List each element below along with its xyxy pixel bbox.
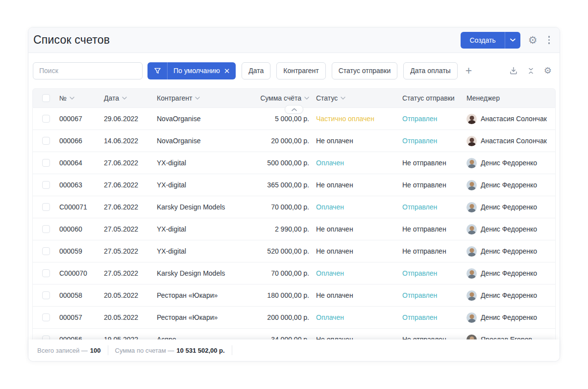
manager-cell: Денис Федоренко <box>466 290 555 301</box>
invoice-date: 27.05.2022 <box>104 247 157 255</box>
column-header-manager[interactable]: Менеджер <box>466 94 500 102</box>
invoice-amount: 70 000,00 р. <box>260 269 316 277</box>
invoice-number: C000071 <box>59 203 104 211</box>
invoice-counterparty: YX-digital <box>157 159 260 167</box>
column-header-counterparty[interactable]: Контрагент <box>157 94 200 102</box>
payment-status: Частично оплачен <box>316 115 402 123</box>
manager-cell: Денис Федоренко <box>466 312 555 323</box>
create-dropdown-button[interactable] <box>505 32 520 49</box>
send-status: Не отправлен <box>402 225 466 233</box>
column-header-number[interactable]: № <box>59 94 74 102</box>
table-row[interactable]: C000070 27.05.2022 Karsky Design Models … <box>33 262 555 285</box>
collapse-rows-button[interactable] <box>527 66 535 76</box>
invoice-date: 20.05.2022 <box>104 291 157 299</box>
close-icon[interactable]: ✕ <box>224 67 230 75</box>
invoice-list-card: Список счетов Создать ⚙ <box>28 27 560 362</box>
filter-chip[interactable]: Статус отправки <box>332 62 398 79</box>
row-checkbox[interactable] <box>42 137 50 145</box>
invoice-date: 27.05.2022 <box>104 225 157 233</box>
invoice-counterparty: YX-digital <box>157 247 260 255</box>
invoice-number: C000070 <box>59 269 104 277</box>
row-checkbox[interactable] <box>42 203 50 211</box>
search-input[interactable] <box>33 62 143 79</box>
column-header-status[interactable]: Статус <box>316 94 345 102</box>
manager-cell: Денис Федоренко <box>466 202 555 212</box>
funnel-icon[interactable] <box>147 62 168 79</box>
table-row[interactable]: 000057 20.05.2022 Ресторан «Юкари» 200 0… <box>33 307 555 329</box>
column-header-amount[interactable]: Сумма счёта <box>260 94 309 102</box>
table-row[interactable]: 000059 27.05.2022 YX-digital 520 000,00 … <box>33 240 555 262</box>
send-status: Отправлен <box>402 137 466 145</box>
row-checkbox[interactable] <box>42 225 50 233</box>
create-split-button[interactable]: Создать <box>461 32 520 49</box>
invoice-amount: 2 990,00 р. <box>260 225 316 233</box>
select-all-checkbox[interactable] <box>42 94 50 102</box>
row-checkbox[interactable] <box>42 336 50 339</box>
manager-cell: Денис Федоренко <box>466 224 555 234</box>
invoice-amount: 500 000,00 р. <box>260 159 316 167</box>
manager-name: Денис Федоренко <box>481 159 537 167</box>
invoice-date: 29.06.2022 <box>104 115 157 123</box>
download-icon <box>509 66 518 75</box>
payment-status: Не оплачен <box>316 137 402 145</box>
row-checkbox[interactable] <box>42 269 50 277</box>
manager-name: Анастасия Солончак <box>481 115 547 123</box>
invoice-counterparty: NovaOrganise <box>157 115 260 123</box>
manager-cell: Денис Федоренко <box>466 268 555 279</box>
row-checkbox[interactable] <box>42 181 50 189</box>
send-status: Отправлен <box>402 269 466 277</box>
payment-status: Не оплачен <box>316 247 402 255</box>
invoice-number: 000064 <box>59 159 104 167</box>
table-row[interactable]: 000060 27.05.2022 YX-digital 2 990,00 р.… <box>33 218 555 240</box>
manager-cell: Денис Федоренко <box>466 246 555 257</box>
row-checkbox[interactable] <box>42 159 50 167</box>
footer-divider <box>232 345 232 355</box>
collapse-filters-pill[interactable] <box>285 105 303 114</box>
filter-chip[interactable]: Контрагент <box>276 62 325 79</box>
table-settings-button[interactable]: ⚙ <box>543 65 553 76</box>
row-checkbox[interactable] <box>42 291 50 299</box>
invoice-date: 27.06.2022 <box>104 181 157 189</box>
table-row[interactable]: 000058 20.05.2022 Ресторан «Юкари» 180 0… <box>33 285 555 307</box>
payment-status: Оплачен <box>316 159 402 167</box>
filter-chips: ДатаКонтрагентСтатус отправкиДата оплаты <box>241 62 457 79</box>
invoice-counterparty: NovaOrganise <box>157 137 260 145</box>
avatar <box>466 136 477 146</box>
row-checkbox[interactable] <box>42 247 50 255</box>
chevron-down-icon <box>341 97 345 100</box>
manager-name: Денис Федоренко <box>481 203 537 211</box>
payment-status: Не оплачен <box>316 291 402 299</box>
filter-chip[interactable]: Дата оплаты <box>403 62 457 79</box>
invoice-number: 000059 <box>59 247 104 255</box>
send-status: Отправлен <box>402 115 466 123</box>
table-row[interactable]: 000066 14.06.2022 NovaOrganise 20 000,00… <box>33 130 555 152</box>
more-menu-button[interactable] <box>545 35 553 45</box>
manager-name: Денис Федоренко <box>481 181 537 189</box>
manager-cell: Анастасия Солончак <box>466 114 555 124</box>
row-checkbox[interactable] <box>42 115 50 123</box>
invoice-counterparty: Karsky Design Models <box>157 203 260 211</box>
page-title: Список счетов <box>33 33 110 47</box>
avatar <box>466 268 477 279</box>
settings-button[interactable]: ⚙ <box>527 34 539 46</box>
active-filter-chip[interactable]: По умолчанию ✕ <box>147 62 236 79</box>
column-header-date[interactable]: Дата <box>104 94 127 102</box>
add-filter-button[interactable]: + <box>464 64 474 78</box>
filter-chip[interactable]: Дата <box>242 62 270 79</box>
export-button[interactable] <box>508 65 519 76</box>
invoice-date: 27.05.2022 <box>104 269 157 277</box>
table-row[interactable]: 000063 27.06.2022 YX-digital 365 000,00 … <box>33 174 555 196</box>
invoice-number: 000058 <box>59 291 104 299</box>
chevron-down-icon <box>70 97 74 100</box>
avatar <box>466 180 477 190</box>
manager-cell: Денис Федоренко <box>466 180 555 190</box>
table-row[interactable]: 000064 27.06.2022 YX-digital 500 000,00 … <box>33 152 555 174</box>
table-row[interactable]: C000071 27.06.2022 Karsky Design Models … <box>33 196 555 218</box>
chevron-down-icon <box>122 97 127 100</box>
payment-status: Оплачен <box>316 203 402 211</box>
column-header-send-status[interactable]: Статус отправки <box>402 94 455 102</box>
invoice-amount: 34 000,00 р. <box>260 336 316 339</box>
row-checkbox[interactable] <box>42 313 50 321</box>
create-button[interactable]: Создать <box>461 32 504 49</box>
table-row[interactable]: 000056 19.05.2022 Аспро 34 000,00 р. Не … <box>33 329 555 339</box>
